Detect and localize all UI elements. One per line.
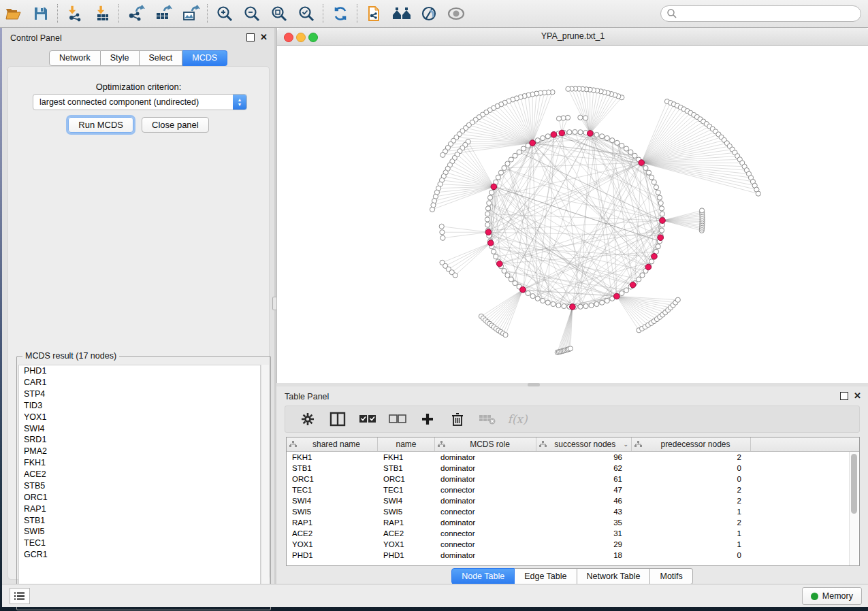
network-node[interactable] xyxy=(513,281,517,286)
tab-select[interactable]: Select xyxy=(140,50,183,66)
network-node[interactable] xyxy=(535,296,540,301)
network-node[interactable] xyxy=(658,201,663,205)
result-list-item[interactable]: TID3 xyxy=(19,400,260,412)
mcds-node[interactable] xyxy=(614,293,620,299)
delete-column-button[interactable] xyxy=(447,409,468,429)
network-node[interactable] xyxy=(610,138,615,143)
network-node[interactable] xyxy=(485,212,490,216)
memory-button[interactable]: Memory xyxy=(802,587,862,605)
network-node[interactable] xyxy=(594,132,599,137)
result-list-item[interactable]: SWI4 xyxy=(19,423,260,434)
network-node[interactable] xyxy=(541,298,545,303)
network-node[interactable] xyxy=(699,208,704,213)
network-node[interactable] xyxy=(521,146,526,151)
network-node[interactable] xyxy=(487,201,492,205)
tab-style[interactable]: Style xyxy=(101,50,140,66)
export-network-button[interactable] xyxy=(123,3,150,24)
network-node[interactable] xyxy=(573,129,577,134)
mcds-node[interactable] xyxy=(570,304,576,310)
result-list-item[interactable]: STP4 xyxy=(19,389,260,400)
network-node[interactable] xyxy=(439,224,444,229)
network-node[interactable] xyxy=(551,301,556,306)
result-list-item[interactable]: FKH1 xyxy=(19,457,260,469)
network-window-titlebar[interactable]: YPA_prune.txt_1 xyxy=(277,28,868,46)
global-search-field[interactable] xyxy=(660,5,861,22)
network-node[interactable] xyxy=(440,235,445,240)
network-node[interactable] xyxy=(509,157,513,162)
mcds-node[interactable] xyxy=(658,235,664,241)
network-node[interactable] xyxy=(487,195,492,200)
table-row[interactable]: SWI5SWI5connector431 xyxy=(287,506,859,517)
column-header-predecessor-nodes[interactable]: predecessor nodes xyxy=(632,437,751,451)
export-table-button[interactable] xyxy=(150,3,177,24)
mcds-node[interactable] xyxy=(630,282,636,288)
network-node[interactable] xyxy=(566,86,570,91)
result-list-item[interactable]: STB5 xyxy=(19,480,260,492)
float-panel-icon[interactable] xyxy=(246,33,255,42)
close-table-panel-icon[interactable]: ✕ xyxy=(854,393,861,399)
network-node[interactable] xyxy=(594,301,599,306)
import-network-button[interactable] xyxy=(61,3,89,24)
network-node[interactable] xyxy=(503,333,508,337)
table-row[interactable]: FKH1FKH1dominator962 xyxy=(287,452,859,463)
mcds-result-list[interactable]: PHD1CAR1STP4TID3YOX1SWI4SRD1PMA2FKH1ACE2… xyxy=(18,365,261,607)
import-table-button[interactable] xyxy=(89,3,116,24)
network-node[interactable] xyxy=(489,190,494,195)
network-node[interactable] xyxy=(649,259,654,264)
network-node[interactable] xyxy=(646,170,651,175)
network-node[interactable] xyxy=(659,206,664,211)
network-node[interactable] xyxy=(556,116,561,121)
mcds-result-scrollbar[interactable] xyxy=(261,365,269,607)
network-node[interactable] xyxy=(583,303,588,308)
network-canvas[interactable] xyxy=(277,46,868,383)
table-row[interactable]: SWI4SWI4dominator462 xyxy=(287,495,859,506)
network-node[interactable] xyxy=(526,291,530,295)
zoom-out-button[interactable] xyxy=(238,3,266,24)
zoom-selected-button[interactable] xyxy=(293,3,320,24)
network-node[interactable] xyxy=(756,191,760,196)
table-row[interactable]: RAP1RAP1dominator352 xyxy=(287,517,859,528)
network-node[interactable] xyxy=(637,277,641,282)
export-image-button[interactable] xyxy=(177,3,204,24)
result-list-item[interactable]: STB1 xyxy=(19,514,260,526)
network-node[interactable] xyxy=(430,207,434,212)
network-node[interactable] xyxy=(620,291,624,295)
result-list-item[interactable]: TEC1 xyxy=(19,538,260,549)
network-node[interactable] xyxy=(485,222,490,227)
network-node[interactable] xyxy=(615,140,620,145)
network-node[interactable] xyxy=(578,130,583,135)
result-list-item[interactable]: RAP1 xyxy=(19,503,260,515)
share-document-button[interactable] xyxy=(361,3,388,24)
result-list-item[interactable]: PHD1 xyxy=(19,365,260,377)
table-scrollbar[interactable] xyxy=(849,452,858,565)
network-node[interactable] xyxy=(660,212,664,216)
network-node[interactable] xyxy=(620,143,624,148)
network-node[interactable] xyxy=(545,300,550,305)
network-node[interactable] xyxy=(583,116,588,120)
table-row[interactable]: STB1STB1dominator620 xyxy=(287,463,859,474)
network-node[interactable] xyxy=(568,346,573,351)
table-row[interactable]: ORC1ORC1dominator610 xyxy=(287,474,859,484)
mcds-node[interactable] xyxy=(660,218,666,224)
network-node[interactable] xyxy=(505,161,510,166)
network-node[interactable] xyxy=(628,150,633,154)
zoom-fit-button[interactable] xyxy=(266,3,293,24)
tab-network[interactable]: Network xyxy=(49,50,101,66)
network-node[interactable] xyxy=(605,298,609,303)
network-node[interactable] xyxy=(541,135,545,140)
result-list-item[interactable]: ORC1 xyxy=(19,492,260,503)
criterion-select[interactable]: largest connected component (undirected)… xyxy=(33,94,247,110)
network-node[interactable] xyxy=(535,138,540,143)
network-node[interactable] xyxy=(657,195,662,200)
mcds-node[interactable] xyxy=(639,160,645,166)
network-node[interactable] xyxy=(632,153,637,158)
table-row[interactable]: PHD1PHD1dominator180 xyxy=(287,550,859,561)
mcds-node[interactable] xyxy=(530,140,536,146)
column-header-name[interactable]: name xyxy=(378,437,435,451)
tab-network-table[interactable]: Network Table xyxy=(577,568,651,584)
network-node[interactable] xyxy=(509,277,513,282)
network-node[interactable] xyxy=(589,303,594,308)
zoom-in-button[interactable] xyxy=(211,3,238,24)
mcds-node[interactable] xyxy=(485,229,492,235)
result-list-item[interactable]: ACE2 xyxy=(19,469,260,480)
